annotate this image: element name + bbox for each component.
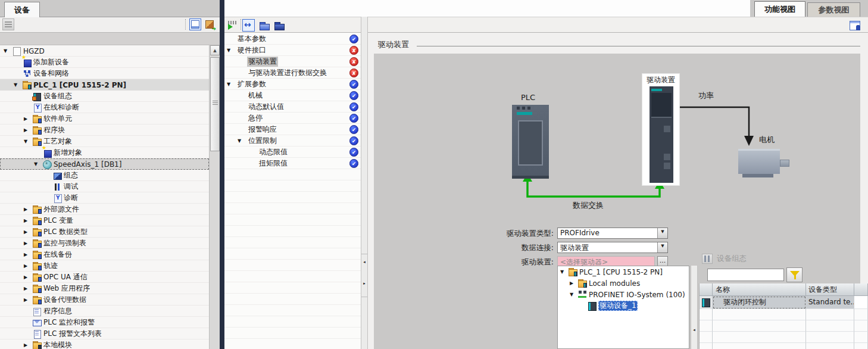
project-tree-item[interactable]: ▶PLC 数据类型 [0,226,209,238]
project-tree-item[interactable]: PLC 监控和报警 [0,317,209,328]
tab-parameter-view[interactable]: 参数视图 [807,2,860,17]
details-view-icon[interactable] [189,18,201,30]
collapse-left-icon[interactable]: ◂ [691,328,697,332]
filter-input[interactable] [707,269,784,281]
chevron-down-icon[interactable]: ▼ [4,48,13,54]
project-tree-item[interactable]: ▶软件单元 [0,113,209,124]
chevron-right-icon[interactable]: ▶ [24,275,33,280]
nav-item[interactable]: 基本参数 [224,33,361,45]
project-tree-item[interactable]: ▶设备代理数据 [0,294,209,306]
window-layout-icon[interactable] [848,19,861,32]
project-tree-item[interactable]: ▼工艺对象 [0,136,209,147]
chevron-right-icon[interactable]: ▶ [24,207,33,212]
chevron-down-icon[interactable]: ▼ [570,292,578,297]
collapse-all-icon[interactable] [273,19,285,32]
project-tree-item-label: 本地模块 [43,340,72,349]
nav-item[interactable]: ▼扩展参数 [224,79,361,90]
chevron-down-icon[interactable]: ▼ [14,82,23,88]
project-tree-item[interactable]: ▼SpeedAxis_1 [DB1] [0,158,209,170]
table-row[interactable]: 驱动闭环控制Standard te... [700,296,868,309]
chevron-down-icon[interactable] [657,228,667,238]
scroll-up-icon[interactable]: ▲ [210,45,220,55]
project-tree-item[interactable]: 调试 [0,181,209,192]
scroll-thumb[interactable] [210,57,220,151]
chevron-right-icon[interactable]: ▶ [24,241,33,246]
chevron-down-icon[interactable]: ▼ [560,269,569,275]
nav-item[interactable]: 机械 [224,90,361,101]
chevron-down-icon[interactable]: ▼ [238,138,247,144]
project-tree-item[interactable]: ▶Web 应用程序 [0,283,209,294]
splitter-bar[interactable]: ◂ [691,266,698,349]
picker-tree-item[interactable]: ▼PLC_1 [CPU 1515-2 PN] [558,266,689,278]
chevron-down-icon[interactable] [657,242,667,253]
header-type[interactable]: 设备类型 [806,283,854,296]
chevron-right-icon[interactable]: ▶ [24,127,33,133]
chevron-right-icon[interactable]: ▶ [24,286,33,291]
effective-values-icon[interactable] [226,19,239,32]
project-tree-item[interactable]: 设备和网络 [0,68,209,79]
drive-type-select[interactable]: PROFIdrive [557,228,668,239]
project-tree-item[interactable]: 在线和诊断 [0,102,209,113]
project-tree-item[interactable]: 程序信息 [0,306,209,317]
chevron-right-icon[interactable]: ▶ [24,263,33,269]
sort-icon[interactable] [2,18,14,30]
tab-function-view[interactable]: 功能视图 [754,1,805,17]
device-name-cell[interactable]: 驱动闭环控制 [713,296,806,309]
chevron-down-icon[interactable]: ▼ [227,48,236,53]
chevron-right-icon[interactable]: ▶ [24,342,33,348]
project-tree-item[interactable]: 添加新设备 [0,57,209,68]
project-tree-item[interactable]: ▶OPC UA 通信 [0,272,209,283]
project-tree-item[interactable]: ▶在线备份 [0,249,209,260]
picker-tree-item[interactable]: ▼PROFINET IO-System (100) [558,289,689,300]
empty-cell [806,320,854,332]
chevron-down-icon[interactable]: ▼ [227,82,236,87]
picker-tree-item[interactable]: 驱动设备_1 [558,300,689,311]
expand-all-icon[interactable] [258,19,270,32]
nav-item[interactable]: 扭矩限值 [224,158,361,169]
project-tree-item[interactable]: ▶轨迹 [0,260,209,272]
collapse-left-icon[interactable]: ◂ [361,260,367,264]
chevron-down-icon[interactable]: ▼ [24,139,33,144]
data-connection-select[interactable]: 驱动装置 [557,242,668,253]
collapse-right-icon[interactable]: ▸ [361,281,367,286]
project-tree-item[interactable]: ▶PLC 变量 [0,215,209,226]
chevron-down-icon[interactable]: ▼ [34,161,43,167]
siemens-badge [651,89,662,91]
nav-item[interactable]: 与驱动装置进行数据交换 [224,67,361,79]
chevron-right-icon[interactable]: ▶ [570,281,578,286]
splitter-bar[interactable]: ◂ ▸ [361,17,368,349]
portal-view-icon[interactable] [204,18,216,30]
project-tree-item[interactable]: 设备组态 [0,91,209,102]
chevron-right-icon[interactable]: ▶ [24,297,33,303]
nav-item[interactable]: 报警响应 [224,124,361,135]
picker-tree-item[interactable]: ▶Local modules [558,278,689,289]
project-tree-item[interactable]: ▼PLC_1 [CPU 1515-2 PN] [0,79,209,91]
tree-scrollbar[interactable]: ▲ [209,45,220,349]
header-name[interactable]: 名称 [713,283,806,296]
chevron-right-icon[interactable]: ▶ [24,229,33,235]
chevron-right-icon[interactable]: ▶ [24,218,33,223]
project-tree-item[interactable]: ▶本地模块 [0,339,209,349]
nav-item[interactable]: ▼硬件接口 [224,45,361,56]
project-tree-item[interactable]: 新增对象 [0,147,209,158]
project-tree-item[interactable]: ▼HGZD [0,45,209,57]
chevron-right-icon[interactable]: ▶ [24,252,33,257]
nav-item[interactable]: 动态限值 [224,147,361,158]
project-tree-item[interactable]: 组态 [0,170,209,181]
sync-navigation-icon[interactable] [242,19,255,32]
project-tree-item[interactable]: ▶程序块 [0,124,209,136]
tab-devices[interactable]: 设备 [4,2,40,17]
nav-item[interactable]: 急停 [224,113,361,124]
project-tree-item[interactable]: ▶外部源文件 [0,204,209,215]
chevron-right-icon[interactable]: ▶ [24,116,33,121]
project-tree-item[interactable]: PLC 报警文本列表 [0,328,209,339]
device-type-cell[interactable]: Standard te... [806,296,854,309]
project-tree-item[interactable]: 诊断 [0,192,209,204]
project-tree-item[interactable]: ▶监控与强制表 [0,238,209,249]
nav-item[interactable]: ▼位置限制 [224,135,361,147]
nav-item[interactable]: 驱动装置 [224,56,361,67]
nav-item[interactable]: 动态默认值 [224,101,361,113]
nav-item-label: 急停 [247,113,264,123]
nav-item-label: 报警响应 [247,124,278,135]
filter-funnel-icon[interactable] [786,267,803,282]
